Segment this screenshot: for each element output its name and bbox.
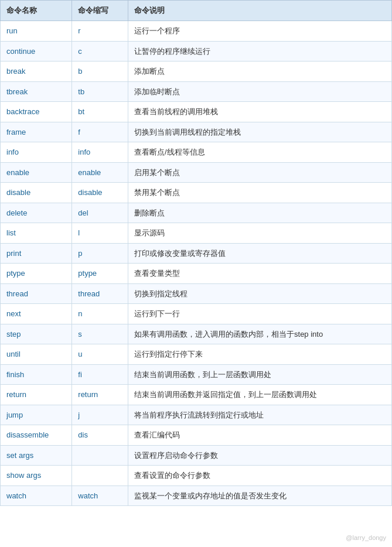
table-row: threadthread切换到指定线程 <box>1 283 392 304</box>
cell-desc: 查看断点/线程等信息 <box>128 142 392 163</box>
cell-name: delete <box>1 203 72 223</box>
cell-abbr: dis <box>72 425 128 446</box>
command-table: 命令名称 命令缩写 命令说明 runr运行一个程序continuec让暂停的程序… <box>0 0 392 506</box>
cell-desc: 查看变量类型 <box>128 264 392 284</box>
cell-name: next <box>1 304 72 324</box>
cell-abbr: b <box>72 61 128 82</box>
cell-abbr: l <box>72 223 128 244</box>
table-row: enableenable启用某个断点 <box>1 162 392 183</box>
cell-name: frame <box>1 122 72 142</box>
cell-name: ptype <box>1 264 72 284</box>
cell-desc: 删除断点 <box>128 203 392 223</box>
cell-desc: 如果有调用函数，进入调用的函数内部，相当于step into <box>128 324 392 344</box>
cell-abbr: u <box>72 344 128 365</box>
table-row: nextn运行到下一行 <box>1 304 392 324</box>
cell-desc: 启用某个断点 <box>128 162 392 183</box>
cell-desc: 运行一个程序 <box>128 21 392 42</box>
cell-abbr: del <box>72 203 128 223</box>
table-row: ptypeptype查看变量类型 <box>1 264 392 284</box>
table-row: printp打印或修改变量或寄存器值 <box>1 243 392 264</box>
cell-desc: 添加临时断点 <box>128 81 392 102</box>
cell-abbr: s <box>72 324 128 344</box>
table-row: finishfi结束当前调用函数，到上一层函数调用处 <box>1 364 392 385</box>
cell-abbr <box>72 466 128 486</box>
cell-abbr: fi <box>72 364 128 385</box>
table-row: watchwatch监视某一个变量或内存地址的值是否发生变化 <box>1 486 392 506</box>
table-row: set args设置程序启动命令行参数 <box>1 445 392 466</box>
cell-desc: 结束当前调用函数，到上一层函数调用处 <box>128 364 392 385</box>
table-row: tbreaktb添加临时断点 <box>1 81 392 102</box>
cell-desc: 禁用某个断点 <box>128 183 392 203</box>
cell-name: list <box>1 223 72 244</box>
table-row: runr运行一个程序 <box>1 21 392 42</box>
cell-name: disable <box>1 183 72 203</box>
cell-abbr: info <box>72 142 128 163</box>
table-row: returnreturn结束当前调用函数并返回指定值，到上一层函数调用处 <box>1 385 392 405</box>
table-row: listl显示源码 <box>1 223 392 244</box>
cell-desc: 查看设置的命令行参数 <box>128 466 392 486</box>
cell-name: info <box>1 142 72 163</box>
cell-abbr: c <box>72 41 128 61</box>
table-row: framef切换到当前调用线程的指定堆栈 <box>1 122 392 142</box>
cell-name: print <box>1 243 72 264</box>
cell-desc: 运行到指定行停下来 <box>128 344 392 365</box>
cell-name: watch <box>1 486 72 506</box>
cell-name: thread <box>1 283 72 304</box>
cell-abbr: p <box>72 243 128 264</box>
cell-name: break <box>1 61 72 82</box>
table-row: show args查看设置的命令行参数 <box>1 466 392 486</box>
header-desc: 命令说明 <box>128 1 392 21</box>
table-row: untilu运行到指定行停下来 <box>1 344 392 365</box>
cell-desc: 设置程序启动命令行参数 <box>128 445 392 466</box>
cell-desc: 切换到当前调用线程的指定堆栈 <box>128 122 392 142</box>
cell-abbr: f <box>72 122 128 142</box>
cell-abbr: enable <box>72 162 128 183</box>
header-name: 命令名称 <box>1 1 72 21</box>
table-row: disassembledis查看汇编代码 <box>1 425 392 446</box>
cell-desc: 运行到下一行 <box>128 304 392 324</box>
cell-abbr: thread <box>72 283 128 304</box>
table-row: jumpj将当前程序执行流跳转到指定行或地址 <box>1 405 392 425</box>
cell-abbr: r <box>72 21 128 42</box>
cell-abbr: ptype <box>72 264 128 284</box>
cell-desc: 查看当前线程的调用堆栈 <box>128 102 392 122</box>
header-abbr: 命令缩写 <box>72 1 128 21</box>
cell-abbr: watch <box>72 486 128 506</box>
cell-desc: 添加断点 <box>128 61 392 82</box>
cell-abbr: j <box>72 405 128 425</box>
cell-name: show args <box>1 466 72 486</box>
cell-name: finish <box>1 364 72 385</box>
cell-name: return <box>1 385 72 405</box>
cell-name: run <box>1 21 72 42</box>
table-row: deletedel删除断点 <box>1 203 392 223</box>
cell-abbr: tb <box>72 81 128 102</box>
table-row: breakb添加断点 <box>1 61 392 82</box>
cell-name: until <box>1 344 72 365</box>
table-row: infoinfo查看断点/线程等信息 <box>1 142 392 163</box>
cell-desc: 监视某一个变量或内存地址的值是否发生变化 <box>128 486 392 506</box>
cell-desc: 让暂停的程序继续运行 <box>128 41 392 61</box>
table-row: steps如果有调用函数，进入调用的函数内部，相当于step into <box>1 324 392 344</box>
cell-name: backtrace <box>1 102 72 122</box>
cell-name: jump <box>1 405 72 425</box>
cell-name: continue <box>1 41 72 61</box>
table-row: backtracebt查看当前线程的调用堆栈 <box>1 102 392 122</box>
cell-desc: 打印或修改变量或寄存器值 <box>128 243 392 264</box>
cell-name: set args <box>1 445 72 466</box>
cell-desc: 查看汇编代码 <box>128 425 392 446</box>
cell-name: step <box>1 324 72 344</box>
cell-desc: 结束当前调用函数并返回指定值，到上一层函数调用处 <box>128 385 392 405</box>
cell-desc: 将当前程序执行流跳转到指定行或地址 <box>128 405 392 425</box>
table-header-row: 命令名称 命令缩写 命令说明 <box>1 1 392 21</box>
cell-desc: 显示源码 <box>128 223 392 244</box>
cell-name: tbreak <box>1 81 72 102</box>
cell-name: disassemble <box>1 425 72 446</box>
table-row: continuec让暂停的程序继续运行 <box>1 41 392 61</box>
cell-abbr: return <box>72 385 128 405</box>
cell-abbr <box>72 445 128 466</box>
table-row: disabledisable禁用某个断点 <box>1 183 392 203</box>
cell-abbr: disable <box>72 183 128 203</box>
cell-abbr: n <box>72 304 128 324</box>
cell-abbr: bt <box>72 102 128 122</box>
cell-name: enable <box>1 162 72 183</box>
